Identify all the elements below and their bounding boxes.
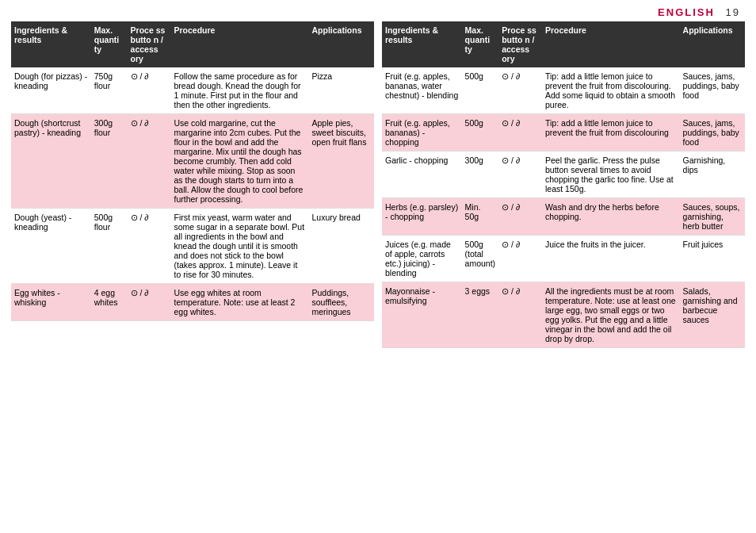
procedure-cell: Juice the fruits in the juicer. bbox=[542, 236, 680, 282]
right-col-ingredient: Ingredients & results bbox=[382, 21, 462, 67]
ingredient-cell: Egg whites - whisking bbox=[11, 284, 91, 321]
main-content: Ingredients & results Max. quanti ty Pro… bbox=[0, 21, 756, 359]
process-cell: ⊙ / ∂ bbox=[498, 114, 542, 151]
applications-cell: Pizza bbox=[309, 67, 374, 114]
right-col-applications: Applications bbox=[680, 21, 745, 67]
max-qty-cell: 300g flour bbox=[91, 114, 128, 209]
procedure-cell: Tip: add a little lemon juice to prevent… bbox=[542, 67, 680, 114]
ingredient-cell: Dough (shortcrust pastry) - kneading bbox=[11, 114, 91, 209]
right-table: Ingredients & results Max. quanti ty Pro… bbox=[382, 21, 745, 348]
procedure-cell: Wash and dry the herbs before chopping. bbox=[542, 198, 680, 236]
process-cell: ⊙ / ∂ bbox=[498, 151, 542, 198]
table-row: Juices (e.g. made of apple, carrots etc.… bbox=[382, 236, 745, 282]
applications-cell: Sauces, jams, puddings, baby food bbox=[680, 114, 745, 151]
procedure-cell: Use cold margarine, cut the margarine in… bbox=[171, 114, 309, 209]
max-qty-cell: 750g flour bbox=[91, 67, 128, 114]
process-cell: ⊙ / ∂ bbox=[498, 198, 542, 236]
right-col-process: Proce ss butto n / access ory bbox=[498, 21, 542, 67]
table-row: Egg whites - whisking4 egg whites⊙ / ∂Us… bbox=[11, 284, 374, 321]
procedure-cell: All the ingredients must be at room temp… bbox=[542, 282, 680, 348]
page-number: 19 bbox=[726, 6, 740, 18]
procedure-cell: First mix yeast, warm water and some sug… bbox=[171, 209, 309, 284]
max-qty-cell: 500g bbox=[462, 67, 499, 114]
ingredient-cell: Dough (for pizzas) - kneading bbox=[11, 67, 91, 114]
max-qty-cell: 3 eggs bbox=[462, 282, 499, 348]
process-cell: ⊙ / ∂ bbox=[128, 114, 171, 209]
applications-cell: Salads, garnishing and barbecue sauces bbox=[680, 282, 745, 348]
ingredient-cell: Garlic - chopping bbox=[382, 151, 462, 198]
applications-cell: Fruit juices bbox=[680, 236, 745, 282]
applications-cell: Puddings, soufflees, meringues bbox=[309, 284, 374, 321]
table-row: Fruit (e.g. apples, bananas) - chopping5… bbox=[382, 114, 745, 151]
ingredient-cell: Herbs (e.g. parsley) - chopping bbox=[382, 198, 462, 236]
applications-cell: Luxury bread bbox=[309, 209, 374, 284]
procedure-cell: Follow the same procedure as for bread d… bbox=[171, 67, 309, 114]
ingredient-cell: Fruit (e.g. apples, bananas, water chest… bbox=[382, 67, 462, 114]
header: ENGLISH 19 bbox=[0, 0, 756, 21]
table-row: Dough (yeast) - kneading500g flour⊙ / ∂F… bbox=[11, 209, 374, 284]
process-cell: ⊙ / ∂ bbox=[498, 236, 542, 282]
process-cell: ⊙ / ∂ bbox=[498, 67, 542, 114]
table-row: Dough (shortcrust pastry) - kneading300g… bbox=[11, 114, 374, 209]
left-table: Ingredients & results Max. quanti ty Pro… bbox=[11, 21, 374, 348]
applications-cell: Apple pies, sweet biscuits, open fruit f… bbox=[309, 114, 374, 209]
right-col-max: Max. quanti ty bbox=[462, 21, 499, 67]
max-qty-cell: Min. 50g bbox=[462, 198, 499, 236]
process-cell: ⊙ / ∂ bbox=[128, 284, 171, 321]
right-col-procedure: Procedure bbox=[542, 21, 680, 67]
procedure-cell: Use egg whites at room temperature. Note… bbox=[171, 284, 309, 321]
applications-cell: Sauces, jams, puddings, baby food bbox=[680, 67, 745, 114]
table-row: Herbs (e.g. parsley) - choppingMin. 50g⊙… bbox=[382, 198, 745, 236]
left-col-max: Max. quanti ty bbox=[91, 21, 128, 67]
ingredient-cell: Dough (yeast) - kneading bbox=[11, 209, 91, 284]
process-cell: ⊙ / ∂ bbox=[498, 282, 542, 348]
applications-cell: Garnishing, dips bbox=[680, 151, 745, 198]
table-row: Mayonnaise - emulsifying3 eggs⊙ / ∂All t… bbox=[382, 282, 745, 348]
process-cell: ⊙ / ∂ bbox=[128, 209, 171, 284]
left-col-ingredient: Ingredients & results bbox=[11, 21, 91, 67]
max-qty-cell: 4 egg whites bbox=[91, 284, 128, 321]
max-qty-cell: 500g flour bbox=[91, 209, 128, 284]
max-qty-cell: 500g (total amount) bbox=[462, 236, 499, 282]
left-col-procedure: Procedure bbox=[171, 21, 309, 67]
process-cell: ⊙ / ∂ bbox=[128, 67, 171, 114]
max-qty-cell: 300g bbox=[462, 151, 499, 198]
language-label: ENGLISH bbox=[658, 6, 715, 18]
ingredient-cell: Mayonnaise - emulsifying bbox=[382, 282, 462, 348]
max-qty-cell: 500g bbox=[462, 114, 499, 151]
ingredient-cell: Juices (e.g. made of apple, carrots etc.… bbox=[382, 236, 462, 282]
procedure-cell: Tip: add a little lemon juice to prevent… bbox=[542, 114, 680, 151]
table-row: Fruit (e.g. apples, bananas, water chest… bbox=[382, 67, 745, 114]
left-col-applications: Applications bbox=[309, 21, 374, 67]
applications-cell: Sauces, soups, garnishing, herb butter bbox=[680, 198, 745, 236]
left-col-process: Proce ss butto n / access ory bbox=[128, 21, 171, 67]
procedure-cell: Peel the garlic. Press the pulse button … bbox=[542, 151, 680, 198]
ingredient-cell: Fruit (e.g. apples, bananas) - chopping bbox=[382, 114, 462, 151]
table-row: Dough (for pizzas) - kneading750g flour⊙… bbox=[11, 67, 374, 114]
table-row: Garlic - chopping300g⊙ / ∂Peel the garli… bbox=[382, 151, 745, 198]
